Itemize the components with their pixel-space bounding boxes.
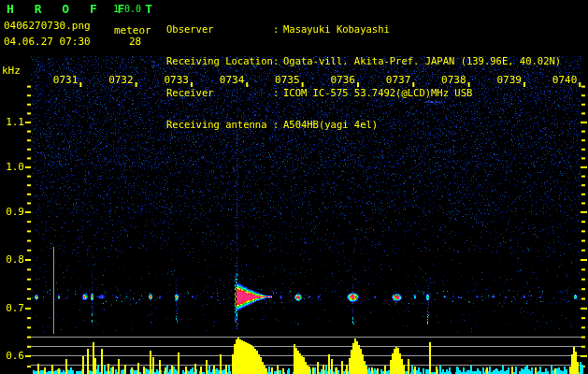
output-filename: 0406270730.png — [4, 20, 91, 32]
info-value: Masayuki Kobayashi — [283, 23, 390, 35]
info-separator: : — [273, 88, 283, 98]
info-label: Observer — [166, 24, 273, 35]
time-tick-label: 0736 — [327, 74, 355, 86]
time-tick-label: 0733 — [161, 74, 189, 86]
time-tick-label: 0737 — [382, 74, 410, 86]
frequency-tick-label: 0.9 — [2, 206, 24, 218]
time-tick-label: 0738 — [438, 74, 466, 86]
info-value: A504HB(yagi 4el) — [283, 119, 378, 130]
time-tick-label: 0735 — [272, 74, 300, 86]
time-tick-label: 0732 — [106, 74, 134, 86]
info-value: Ogata-vill. Akita-Pref. JAPAN (139.96E, … — [283, 55, 561, 66]
frequency-tick-label: 1.1 — [2, 116, 24, 128]
frequency-tick-label: 1.0 — [2, 161, 24, 173]
station-info-row-receiver: Receiver:ICOM IC-575 53.7492(@LCD)MHz US… — [166, 88, 561, 98]
app-version: 1.0.0 — [113, 4, 141, 14]
time-tick-label: 0734 — [216, 74, 244, 86]
info-value: ICOM IC-575 53.7492(@LCD)MHz USB — [283, 87, 472, 98]
time-tick-label: 0740 — [549, 74, 577, 86]
station-info-row-antenna: Receiving antenna:A504HB(yagi 4el) — [166, 120, 561, 130]
info-label: Receiving Location — [166, 56, 273, 66]
station-info-row-observer: Observer:Masayuki Kobayashi — [166, 24, 561, 35]
frequency-axis-unit: kHz — [2, 65, 21, 77]
station-info-row-location: Receiving Location:Ogata-vill. Akita-Pre… — [166, 56, 561, 66]
frequency-tick-label: 0.8 — [2, 253, 24, 266]
hrofft-screen: H R O F F T 1.0.0 0406270730.png meteor … — [0, 0, 588, 374]
time-tick-label: 0731 — [50, 74, 78, 86]
info-label: Receiver — [166, 88, 273, 98]
time-tick-label: 0739 — [494, 74, 522, 86]
info-label: Receiving antenna — [166, 120, 273, 130]
info-separator: : — [273, 24, 283, 35]
info-separator: : — [273, 56, 283, 66]
frequency-tick-label: 0.7 — [2, 302, 24, 314]
frequency-tick-label: 0.6 — [2, 350, 24, 362]
observation-datetime: 04.06.27 07:30 — [4, 36, 91, 48]
info-separator: : — [273, 120, 283, 130]
meteor-count: 28 — [129, 36, 141, 48]
